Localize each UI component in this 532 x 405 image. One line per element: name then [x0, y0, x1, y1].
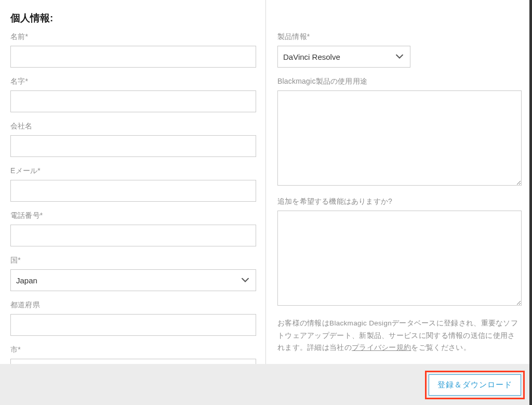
prefecture-input[interactable]: [10, 314, 256, 336]
product-select[interactable]: DaVinci Resolve: [277, 46, 410, 68]
label-product: 製品情報*: [277, 32, 522, 42]
features-textarea[interactable]: [277, 211, 522, 306]
usage-textarea[interactable]: [277, 90, 522, 186]
first-name-input[interactable]: [10, 46, 256, 68]
privacy-link[interactable]: プライバシー規約: [352, 344, 411, 351]
email-input[interactable]: [10, 180, 256, 202]
company-input[interactable]: [10, 135, 256, 157]
highlight-annotation: 登録＆ダウンロード: [425, 371, 525, 399]
label-phone: 電話番号*: [10, 211, 256, 220]
right-edge-bar: [529, 0, 532, 405]
disclaimer-text: お客様の情報はBlackmagic Designデータベースに登録され、重要なソ…: [277, 317, 522, 354]
label-city: 市*: [10, 345, 256, 355]
label-first-name: 名前*: [10, 32, 256, 42]
label-features: 追加を希望する機能はありますか?: [277, 197, 522, 206]
register-download-button[interactable]: 登録＆ダウンロード: [429, 374, 521, 396]
country-select[interactable]: Japan: [10, 269, 256, 291]
label-country: 国*: [10, 256, 256, 265]
last-name-input[interactable]: [10, 90, 256, 112]
label-usage: Blackmagic製品の使用用途: [277, 77, 522, 86]
label-company: 会社名: [10, 122, 256, 131]
label-last-name: 名字*: [10, 77, 256, 86]
label-prefecture: 都道府県: [10, 301, 256, 310]
section-title-personal: 個人情報:: [10, 11, 256, 25]
footer-bar: 登録＆ダウンロード: [0, 364, 532, 405]
phone-input[interactable]: [10, 225, 256, 246]
label-email: Eメール*: [10, 166, 256, 176]
